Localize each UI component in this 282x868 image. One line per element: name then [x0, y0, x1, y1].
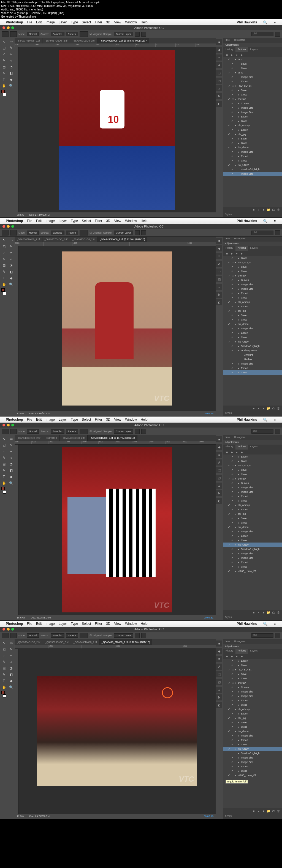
tab-histogram[interactable]: Histogram	[232, 640, 248, 644]
toggle-checkbox[interactable]: ✓	[230, 561, 234, 564]
panel-footer-icon[interactable]: 📁	[266, 610, 271, 615]
canvas[interactable]: VTC	[19, 246, 216, 411]
action-control[interactable]: ■	[225, 654, 229, 658]
action-item[interactable]: ✓▾blk_w'shop	[223, 707, 282, 711]
panel-icon[interactable]: ⬚	[216, 671, 222, 677]
menu-icon[interactable]: ≡	[274, 219, 276, 223]
document-tab[interactable]: _58A0077DxO8_2.tif	[15, 38, 43, 43]
action-item[interactable]: ✓▸Export	[223, 560, 282, 564]
action-item[interactable]: ✓▸Close	[223, 498, 282, 503]
tab-info[interactable]: Info	[223, 640, 232, 644]
close-button[interactable]	[2, 225, 5, 228]
canvas[interactable]: VTC	[19, 649, 216, 814]
dialog-toggle[interactable]: □	[231, 681, 235, 684]
panel-footer-icon[interactable]: 🗑	[276, 406, 281, 410]
action-item[interactable]: ✓▸Close	[223, 269, 282, 274]
panel-icon[interactable]: ◆	[216, 444, 222, 450]
action-item[interactable]: ✓▸Close	[223, 158, 282, 163]
action-item[interactable]: Radius:	[223, 357, 282, 362]
menu-view[interactable]: View	[114, 622, 121, 626]
opt-icon[interactable]	[141, 633, 146, 638]
toggle-checkbox[interactable]: ✓	[230, 345, 234, 347]
source-pattern[interactable]: Pattern	[66, 32, 78, 36]
search-icon[interactable]: 🔍	[263, 417, 267, 422]
document-tab[interactable]: _Q3A9396DxO8_2.tif	[43, 640, 71, 645]
panel-footer-icon[interactable]: ▸	[256, 610, 261, 615]
tool[interactable]: ✂	[8, 653, 14, 659]
action-item[interactable]: ✓▸Close	[223, 459, 282, 463]
sample-select[interactable]: Current Layer	[114, 32, 133, 36]
toggle-checkbox[interactable]: ✓	[230, 495, 234, 498]
action-control[interactable]: ▶	[230, 53, 234, 57]
tab-histogram[interactable]: Histogram	[232, 237, 248, 242]
action-control[interactable]: ▶	[230, 654, 234, 658]
toggle-checkbox[interactable]: ✓	[230, 725, 234, 728]
action-item[interactable]: ✓▸Export	[223, 154, 282, 158]
search-input[interactable]: phil	[251, 633, 274, 638]
styles-panel[interactable]: Styles	[223, 212, 282, 217]
toggle-checkbox[interactable]: ✓	[227, 124, 231, 127]
styles-panel[interactable]: Styles	[223, 411, 282, 416]
action-item[interactable]: ✓▸Export	[223, 128, 282, 132]
opt-icon[interactable]	[135, 633, 140, 638]
tool[interactable]: ▭	[8, 38, 14, 44]
action-item[interactable]: ✓▸Export	[223, 507, 282, 512]
menu-3d[interactable]: 3D	[106, 20, 110, 24]
action-item[interactable]: ✓▸Export	[223, 534, 282, 538]
action-item[interactable]: ✓▾fsu_UNLV	[223, 747, 282, 751]
document-tab[interactable]: _Q3A9408DxO8_2.tif	[71, 640, 100, 645]
action-item[interactable]: ✓▸Export	[223, 304, 282, 309]
toggle-checkbox[interactable]: ✓	[230, 270, 234, 273]
menu-app[interactable]: Photoshop	[6, 417, 23, 422]
action-control[interactable]: ▶	[240, 654, 244, 658]
action-item[interactable]: ✓▸Close	[223, 92, 282, 97]
minimize-button[interactable]	[7, 225, 10, 228]
tool[interactable]: ↖	[1, 640, 7, 646]
panel-icon[interactable]: ◆	[216, 245, 222, 251]
panel-footer-icon[interactable]: 📁	[266, 208, 271, 212]
toggle-checkbox[interactable]: ✓	[227, 477, 231, 480]
action-item[interactable]: ✓▸Close	[223, 725, 282, 729]
adjustments-panel[interactable]: Adjustments	[223, 644, 282, 649]
maximize-button[interactable]	[11, 424, 14, 427]
maximize-button[interactable]	[11, 628, 14, 630]
tool[interactable]: ⟐	[8, 58, 14, 64]
tool[interactable]: ◔	[8, 665, 14, 671]
tool[interactable]: T	[1, 275, 7, 281]
toggle-checkbox[interactable]: ✓	[230, 704, 234, 706]
tool[interactable]: ⟋	[1, 653, 7, 659]
toggle-checkbox[interactable]: ✓	[230, 151, 234, 153]
action-item[interactable]: ✓▸Image Size	[223, 556, 282, 560]
panel-icon[interactable]: A	[216, 62, 222, 68]
panel-icon[interactable]: ■	[216, 238, 222, 244]
actions-panel[interactable]: ✓▸Close✓□▾FSU_SO_St✓▸Save✓▸Close✓□▾chera…	[223, 256, 282, 405]
panel-icon[interactable]: ≡	[216, 253, 222, 259]
tab-history[interactable]: History	[223, 649, 235, 654]
toggle-checkbox[interactable]: ✓	[230, 93, 234, 96]
toggle-checkbox[interactable]: ✓	[230, 314, 234, 317]
toggle-checkbox[interactable]: ✓	[230, 102, 234, 105]
menu-layer[interactable]: Layer	[59, 622, 67, 626]
tool[interactable]: ◆	[8, 76, 14, 83]
action-item[interactable]: ✓▸Curves	[223, 278, 282, 282]
toggle-checkbox[interactable]: ✓	[230, 279, 234, 281]
toggle-checkbox[interactable]: ✓	[230, 460, 234, 463]
panel-footer-icon[interactable]: 🗀	[271, 406, 276, 410]
panel-footer-icon[interactable]: ▸	[256, 406, 261, 410]
minimize-button[interactable]	[7, 424, 10, 427]
tool[interactable]: ◧	[8, 672, 14, 678]
action-control[interactable]: ■	[225, 53, 229, 57]
action-item[interactable]: ✓▸Close	[223, 676, 282, 681]
tool[interactable]: T	[1, 474, 7, 480]
tool[interactable]: ▤	[1, 262, 7, 269]
toggle-checkbox[interactable]: ✓	[230, 482, 234, 485]
source-pattern[interactable]: Pattern	[66, 230, 78, 235]
panel-footer-icon[interactable]: ■	[261, 406, 266, 410]
action-item[interactable]: ✓□▾cheraw	[223, 97, 282, 101]
toggle-checkbox[interactable]: ✓	[230, 743, 234, 746]
action-item[interactable]: ▸Shadow/Highlight	[223, 751, 282, 755]
tool[interactable]: ✎	[1, 256, 7, 262]
foreground-background[interactable]	[1, 487, 7, 494]
dialog-toggle[interactable]: □	[231, 274, 235, 277]
toggle-checkbox[interactable]: ✓	[230, 336, 234, 339]
